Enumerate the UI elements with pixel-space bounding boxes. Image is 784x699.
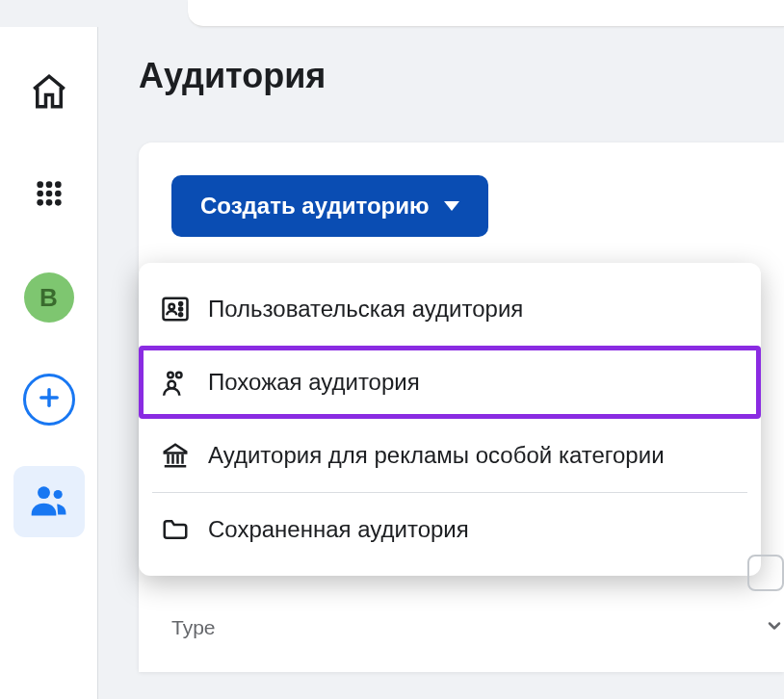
- svg-point-18: [168, 373, 173, 378]
- home-icon: [29, 71, 69, 116]
- folder-icon: [160, 514, 191, 545]
- caret-down-icon: [444, 201, 459, 211]
- dropdown-item-special-category[interactable]: Аудитория для рекламы особой категории: [139, 419, 761, 492]
- svg-point-16: [179, 308, 182, 311]
- dropdown-item-label: Аудитория для рекламы особой категории: [208, 442, 665, 469]
- dropdown-item-lookalike-audience[interactable]: Похожая аудитория: [139, 346, 761, 419]
- svg-point-4: [45, 191, 52, 197]
- svg-point-19: [176, 373, 182, 378]
- audience-card: Создать аудиторию Пользовательская аудит…: [139, 142, 784, 672]
- people-icon: [28, 479, 70, 525]
- plus-icon: [36, 384, 63, 415]
- page-title: Аудитория: [139, 56, 784, 96]
- grid-icon: [34, 178, 65, 213]
- svg-point-15: [179, 302, 182, 305]
- bank-icon: [160, 440, 191, 471]
- top-bar: [188, 0, 784, 27]
- svg-rect-13: [164, 298, 188, 321]
- dropdown-item-custom-audience[interactable]: Пользовательская аудитория: [139, 272, 761, 346]
- lookalike-icon: [160, 367, 191, 398]
- svg-point-1: [45, 181, 52, 188]
- dropdown-item-label: Сохраненная аудитория: [208, 516, 469, 543]
- create-button-label: Создать аудиторию: [200, 193, 429, 220]
- svg-point-3: [37, 191, 43, 197]
- svg-point-12: [53, 490, 62, 499]
- svg-point-2: [55, 181, 62, 188]
- user-box-icon: [160, 294, 191, 324]
- dropdown-item-label: Пользовательская аудитория: [208, 296, 523, 323]
- sidebar-home[interactable]: [13, 58, 85, 129]
- svg-point-7: [45, 199, 52, 206]
- main-content: Аудитория Создать аудиторию Польз: [98, 27, 784, 699]
- chevron-down-icon: [765, 616, 784, 639]
- add-circle: [23, 374, 75, 426]
- sidebar-add[interactable]: [13, 364, 85, 435]
- svg-point-11: [38, 486, 50, 499]
- create-audience-button[interactable]: Создать аудиторию: [171, 175, 488, 237]
- svg-point-14: [170, 304, 175, 310]
- filter-type-label: Type: [171, 616, 216, 639]
- avatar: B: [24, 272, 74, 323]
- dropdown-item-label: Похожая аудитория: [208, 369, 420, 396]
- svg-point-5: [55, 191, 62, 197]
- filter-section: Type: [171, 601, 784, 639]
- create-audience-dropdown: Пользовательская аудитория Похожая аудит…: [139, 263, 761, 576]
- avatar-letter: B: [39, 283, 58, 313]
- sidebar-apps[interactable]: [13, 160, 85, 231]
- svg-point-6: [37, 199, 43, 206]
- sidebar-audiences[interactable]: [13, 466, 85, 537]
- filter-type-row[interactable]: Type: [171, 616, 784, 639]
- dropdown-item-saved-audience[interactable]: Сохраненная аудитория: [139, 493, 761, 566]
- svg-point-0: [37, 181, 43, 188]
- sidebar: B: [0, 27, 98, 699]
- sidebar-account[interactable]: B: [13, 262, 85, 333]
- svg-point-8: [55, 199, 62, 206]
- svg-point-17: [179, 313, 182, 316]
- filter-checkbox[interactable]: [747, 555, 784, 591]
